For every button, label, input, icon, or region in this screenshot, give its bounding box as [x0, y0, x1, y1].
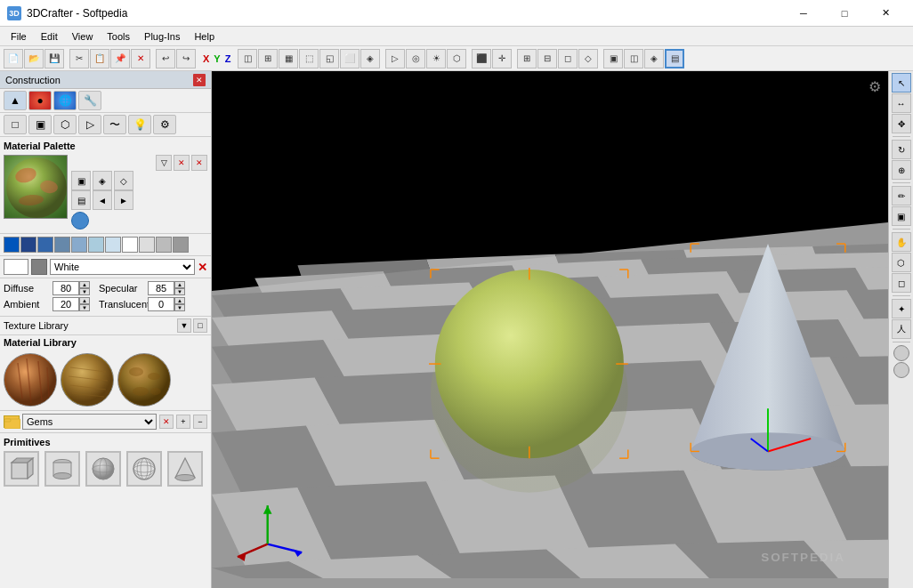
translucent-down[interactable]: ▼ — [174, 304, 185, 311]
extra-1[interactable]: ▣ — [603, 49, 623, 68]
view-btn-5[interactable]: ◱ — [319, 49, 339, 68]
material-delete-icon[interactable]: ✕ — [191, 155, 207, 171]
obj-btn-1[interactable]: ⬛ — [472, 49, 491, 68]
tab-gear[interactable]: ⚙ — [153, 115, 176, 134]
reflect-icon[interactable]: ◇ — [114, 171, 133, 190]
view-btn-1[interactable]: ◫ — [238, 49, 257, 68]
material-close-icon[interactable]: ✕ — [174, 155, 190, 171]
gems-delete-button[interactable]: ✕ — [159, 415, 174, 429]
delete-button[interactable]: ✕ — [131, 49, 150, 68]
tool-circle[interactable] — [893, 345, 909, 361]
swatch-steel[interactable] — [54, 237, 70, 253]
tab-tri[interactable]: ▷ — [78, 115, 101, 134]
diffuse-value[interactable]: 80 — [53, 281, 79, 295]
tool-wand[interactable]: ✦ — [892, 299, 911, 318]
cut-button[interactable]: ✂ — [69, 49, 89, 68]
swatch-powder[interactable] — [88, 237, 104, 253]
swatch-gray[interactable] — [173, 237, 189, 253]
tool-hand[interactable]: ✋ — [892, 232, 911, 252]
ambient-value[interactable]: 20 — [53, 297, 79, 311]
tab-up[interactable]: ▲ — [4, 91, 27, 110]
menu-plugins[interactable]: Plug-Ins — [137, 29, 187, 44]
checkerboard-icon[interactable]: ▣ — [71, 171, 91, 190]
gems-add-button[interactable]: + — [176, 415, 190, 429]
render-btn[interactable]: ▷ — [385, 49, 405, 68]
diffuse-up[interactable]: ▲ — [79, 281, 90, 288]
color-name-select[interactable]: White Black Red Blue — [50, 259, 195, 275]
open-button[interactable]: 📂 — [24, 49, 44, 68]
viewport-settings-icon[interactable]: ⚙ — [869, 78, 881, 95]
tool-rotate[interactable]: ↻ — [892, 140, 911, 159]
arrow-left-icon[interactable]: ◄ — [93, 190, 112, 210]
maximize-button[interactable]: □ — [824, 0, 865, 27]
texture-down-icon[interactable]: ▼ — [177, 318, 191, 333]
swatch-mgray[interactable] — [156, 237, 172, 253]
view-btn-6[interactable]: ⬜ — [340, 49, 360, 68]
specular-up[interactable]: ▲ — [174, 281, 185, 288]
translucent-value[interactable]: 0 — [148, 297, 174, 311]
undo-button[interactable]: ↩ — [156, 49, 175, 68]
primitive-cone[interactable] — [167, 451, 203, 487]
tab-light[interactable]: 💡 — [128, 115, 151, 134]
tab-settings[interactable]: 🔧 — [78, 91, 101, 110]
obj-btn-2[interactable]: ✛ — [492, 49, 512, 68]
specular-value[interactable]: 85 — [148, 281, 174, 295]
save-button[interactable]: 💾 — [44, 49, 64, 68]
primitive-grid-sphere[interactable] — [126, 451, 162, 487]
tool-paint[interactable]: ✏ — [892, 186, 911, 205]
tab-hex[interactable]: ⬡ — [53, 115, 77, 134]
material-filter-icon[interactable]: ▽ — [156, 155, 172, 171]
gems-select[interactable]: Gems — [22, 414, 157, 430]
wire-btn[interactable]: ◻ — [558, 49, 578, 68]
cam-btn[interactable]: ◎ — [406, 49, 425, 68]
anim-btn[interactable]: ⬡ — [447, 49, 466, 68]
bump-icon[interactable]: ◈ — [93, 171, 112, 190]
tool-shapes[interactable]: ⬡ — [892, 253, 911, 272]
view-btn-3[interactable]: ▦ — [279, 49, 298, 68]
tool-select2[interactable]: ▣ — [892, 206, 911, 226]
menu-view[interactable]: View — [65, 29, 101, 44]
snap-btn[interactable]: ⊟ — [537, 49, 557, 68]
close-button[interactable]: ✕ — [865, 0, 906, 27]
tab-square[interactable]: □ — [4, 115, 27, 134]
tool-resize[interactable]: ↔ — [892, 93, 911, 113]
tool-zoom[interactable]: ⊕ — [892, 160, 911, 180]
tool-eraser[interactable]: ◻ — [892, 273, 911, 293]
translucent-up[interactable]: ▲ — [174, 297, 185, 304]
diffuse-down[interactable]: ▼ — [79, 288, 90, 295]
new-button[interactable]: 📄 — [4, 49, 23, 68]
gems-minus-button[interactable]: − — [193, 415, 207, 429]
tab-wave[interactable]: 〜 — [103, 115, 126, 134]
extra-4[interactable]: ▤ — [665, 49, 684, 68]
swatch-pale[interactable] — [105, 237, 121, 253]
primitive-cube[interactable] — [4, 451, 39, 487]
swatch-navy[interactable] — [20, 237, 36, 253]
tool-move[interactable]: ✥ — [892, 114, 911, 133]
primitive-sphere[interactable] — [85, 451, 121, 487]
material-thumb-2[interactable] — [61, 353, 114, 407]
menu-help[interactable]: Help — [187, 29, 222, 44]
view-btn-2[interactable]: ⊞ — [258, 49, 278, 68]
material-thumb-1[interactable] — [4, 353, 57, 407]
arrow-right-icon[interactable]: ► — [114, 190, 133, 210]
ambient-up[interactable]: ▲ — [79, 297, 90, 304]
light-btn[interactable]: ☀ — [426, 49, 446, 68]
extra-2[interactable]: ◫ — [624, 49, 643, 68]
tab-globe[interactable]: 🌐 — [53, 91, 77, 110]
viewport[interactable]: SOFTPEDIA ⚙ — [212, 71, 888, 588]
redo-button[interactable]: ↪ — [176, 49, 196, 68]
ambient-down[interactable]: ▼ — [79, 304, 90, 311]
swatch-lgray[interactable] — [139, 237, 155, 253]
swatch-blue[interactable] — [4, 237, 20, 253]
menu-file[interactable]: File — [4, 29, 34, 44]
texture-expand-icon[interactable]: □ — [193, 318, 207, 333]
swatch-white[interactable] — [122, 237, 138, 253]
extra-3[interactable]: ◈ — [644, 49, 664, 68]
copy-button[interactable]: 📋 — [90, 49, 109, 68]
grid-btn[interactable]: ⊞ — [517, 49, 537, 68]
minimize-button[interactable]: ─ — [783, 0, 824, 27]
swatch-ltblue[interactable] — [71, 237, 87, 253]
tool-person[interactable]: 人 — [892, 319, 911, 339]
diffuse-map-icon[interactable]: ▤ — [71, 190, 91, 210]
globe-icon[interactable] — [71, 212, 89, 230]
